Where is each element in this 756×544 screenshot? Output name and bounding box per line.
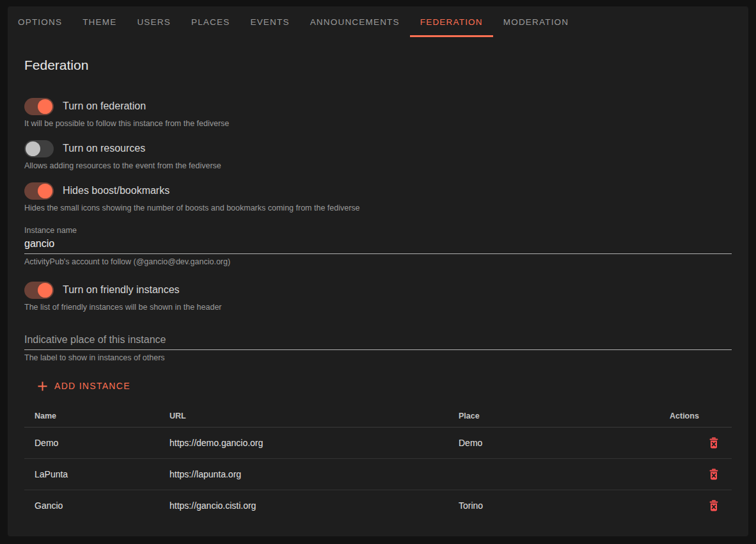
toggle-thumb — [26, 141, 40, 156]
toggle-thumb — [38, 283, 52, 298]
resources-toggle-label[interactable]: Turn on resources — [63, 143, 145, 154]
hide-boost-toggle-label[interactable]: Hides boost/bookmarks — [63, 185, 169, 196]
tab-moderation[interactable]: MODERATION — [493, 6, 579, 37]
instance-name-cell: LaPunta — [24, 458, 159, 490]
resources-toggle[interactable] — [24, 140, 54, 157]
tab-users[interactable]: USERS — [127, 6, 181, 37]
friendly-instances-toggle[interactable] — [24, 282, 54, 299]
setting-turn-on-resources: Turn on resources Allows adding resource… — [24, 140, 732, 171]
tab-places[interactable]: PLACES — [181, 6, 240, 37]
table-row: LaPunta https://lapunta.org — [24, 458, 732, 490]
setting-hides-boost-bookmarks: Hides boost/bookmarks Hides the small ic… — [24, 182, 732, 213]
instance-name-label: Instance name — [24, 225, 732, 236]
instance-name-cell: Gancio — [24, 490, 159, 521]
delete-instance-button[interactable] — [706, 435, 721, 451]
table-header-row: Name URL Place Actions — [24, 405, 732, 427]
add-instance-button-label: ADD INSTANCE — [54, 381, 130, 391]
delete-instance-button[interactable] — [706, 497, 721, 514]
tab-theme[interactable]: THEME — [72, 6, 127, 37]
instance-place-cell: Demo — [448, 427, 659, 458]
instance-name-cell: Demo — [24, 427, 159, 458]
federation-toggle[interactable] — [24, 98, 54, 115]
table-row: Gancio https://gancio.cisti.org Torino — [24, 490, 732, 521]
col-header-place: Place — [448, 405, 659, 427]
page-title: Federation — [24, 56, 732, 74]
instance-place-input[interactable] — [24, 332, 732, 350]
tab-events[interactable]: EVENTS — [240, 6, 299, 37]
instance-place-hint: The label to show in instances of others — [24, 353, 732, 363]
instance-name-field: Instance name ActivityPub's account to f… — [24, 225, 732, 267]
hide-boost-toggle[interactable] — [24, 182, 54, 200]
friendly-instances-toggle-hint: The list of friendly instances will be s… — [24, 303, 732, 312]
instance-url-cell: https://demo.gancio.org — [159, 427, 448, 458]
admin-settings-card: OPTIONS THEME USERS PLACES EVENTS ANNOUN… — [8, 6, 748, 536]
instance-place-field: The label to show in instances of others — [24, 332, 732, 363]
col-header-url: URL — [159, 405, 448, 427]
trash-icon — [709, 468, 719, 480]
friendly-instances-toggle-label[interactable]: Turn on friendly instances — [63, 284, 180, 296]
col-header-actions: Actions — [659, 405, 732, 427]
tab-options[interactable]: OPTIONS — [8, 6, 72, 37]
instance-url-cell: https://lapunta.org — [159, 458, 448, 490]
col-header-name: Name — [24, 405, 159, 427]
instance-place-cell — [448, 458, 659, 490]
tab-announcements[interactable]: ANNOUNCEMENTS — [300, 6, 410, 37]
resources-toggle-hint: Allows adding resources to the event fro… — [24, 161, 732, 171]
trash-icon — [709, 437, 719, 449]
instance-place-cell: Torino — [448, 490, 659, 521]
add-instance-button[interactable]: ADD INSTANCE — [32, 374, 136, 397]
instance-url-cell: https://gancio.cisti.org — [159, 490, 448, 521]
delete-instance-button[interactable] — [706, 466, 721, 483]
instance-name-input[interactable] — [24, 236, 732, 254]
tab-federation[interactable]: FEDERATION — [410, 6, 493, 37]
setting-turn-on-federation: Turn on federation It will be possible t… — [24, 97, 732, 129]
instances-table: Name URL Place Actions Demo https://demo… — [24, 405, 732, 521]
table-row: Demo https://demo.gancio.org Demo — [24, 427, 732, 458]
trash-icon — [709, 500, 719, 511]
toggle-thumb — [38, 184, 52, 198]
setting-friendly-instances: Turn on friendly instances The list of f… — [24, 281, 732, 312]
federation-toggle-hint: It will be possible to follow this insta… — [24, 119, 732, 129]
toggle-thumb — [38, 99, 52, 114]
admin-tabbar: OPTIONS THEME USERS PLACES EVENTS ANNOUN… — [8, 6, 748, 37]
federation-toggle-label[interactable]: Turn on federation — [63, 100, 146, 112]
instance-name-hint: ActivityPub's account to follow (@gancio… — [24, 257, 732, 267]
hide-boost-toggle-hint: Hides the small icons showing the number… — [24, 204, 732, 213]
plus-icon — [37, 381, 48, 392]
federation-settings-panel: Federation Turn on federation It will be… — [8, 56, 748, 521]
